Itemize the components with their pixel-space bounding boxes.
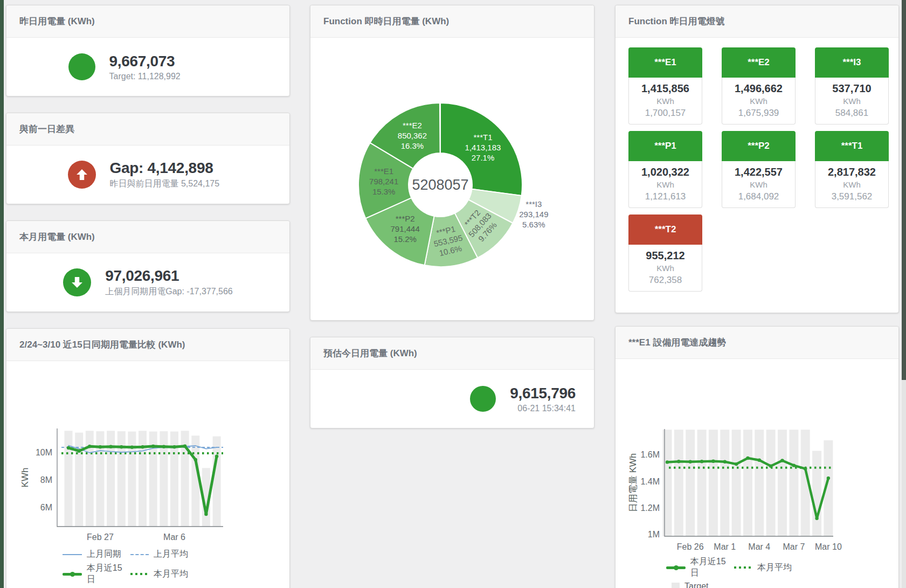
- lights-tile-grid: ***E1 1,415,856 KWh 1,700,157 ***E2 1,49…: [615, 38, 898, 313]
- y-tick-label: 1.6M: [640, 450, 660, 459]
- data-point: [758, 459, 761, 462]
- y-tick-label: 10M: [36, 448, 52, 457]
- svg-text:***T1: ***T1: [473, 133, 492, 142]
- x-tick-label: Mar 1: [714, 542, 736, 551]
- estimate-card-title: 預估今日用電量 (KWh): [310, 337, 594, 370]
- legend-label: 本月平均: [154, 569, 188, 580]
- target-bar: [766, 430, 776, 536]
- data-point: [827, 476, 830, 480]
- data-point: [711, 460, 715, 463]
- tile-P1: ***P1 1,020,322 KWh 1,121,613: [628, 131, 702, 208]
- yesterday-usage-value: 9,667,073: [109, 53, 228, 70]
- svg-text:27.1%: 27.1%: [472, 153, 495, 162]
- legend-swatch-blue-dash: [130, 554, 149, 555]
- svg-text:16.3%: 16.3%: [401, 141, 424, 150]
- data-point: [677, 460, 680, 463]
- card-realtime-donut: Function 即時日用電量 (KWh) ***T11,413,18327.1…: [310, 5, 594, 321]
- tile-I3: ***I3 537,710 KWh 584,861: [815, 47, 889, 124]
- data-point: [109, 445, 112, 448]
- legend-item-last-month-same[interactable]: 上月同期: [63, 549, 130, 560]
- target-bar: [674, 430, 683, 536]
- tile-value: 1,020,322: [630, 165, 701, 179]
- svg-text:15.3%: 15.3%: [372, 187, 396, 196]
- dashboard: 昨日用電量 (KWh) 9,667,073 Target: 11,128,992…: [0, 0, 906, 588]
- data-point: [183, 445, 186, 448]
- data-point: [99, 445, 102, 448]
- svg-text:1,413,183: 1,413,183: [465, 143, 501, 152]
- svg-text:5.63%: 5.63%: [522, 220, 545, 229]
- legend-label: 上月同期: [87, 549, 121, 560]
- status-circle-icon: [68, 53, 95, 80]
- trend-legend: 本月近15日 本月平均 Target: [615, 556, 898, 588]
- card-day-gap: 與前一日差異 Gap: 4,142,898 昨日與前日用電量 5,524,175: [6, 113, 290, 204]
- tile-target: 762,358: [630, 274, 701, 287]
- data-point: [723, 460, 727, 464]
- legend-item-last-month-avg[interactable]: 上月平均: [130, 549, 188, 560]
- target-bar: [789, 430, 798, 536]
- card-today-estimate: 預估今日用電量 (KWh) 9,615,796 06-21 15:34:41: [310, 337, 594, 428]
- tile-unit: KWh: [723, 95, 794, 107]
- scrollbar-thumb[interactable]: [902, 0, 906, 380]
- x-tick-label: Mar 4: [748, 542, 770, 551]
- target-bar: [663, 430, 672, 536]
- tile-header: ***I3: [815, 47, 889, 78]
- data-point: [204, 513, 208, 516]
- target-bar: [720, 430, 729, 536]
- tile-target: 1,684,092: [723, 190, 794, 203]
- svg-text:***P2: ***P2: [396, 214, 415, 223]
- legend-label: Target: [684, 582, 708, 588]
- donut-card-title: Function 即時日用電量 (KWh): [310, 5, 594, 38]
- estimate-timestamp: 06-21 15:34:41: [510, 404, 576, 413]
- day-gap-value: Gap: 4,142,898: [110, 160, 229, 177]
- data-point: [780, 459, 784, 462]
- legend-item-this-month-avg[interactable]: 本月平均: [130, 569, 188, 580]
- data-point: [769, 465, 772, 468]
- tile-target: 584,861: [817, 107, 887, 120]
- y-axis-label: 日用電量 KWh: [628, 453, 638, 513]
- yesterday-usage-target: Target: 11,128,992: [109, 72, 228, 81]
- target-bar: [709, 430, 718, 536]
- data-point: [88, 445, 91, 448]
- svg-text:850,362: 850,362: [398, 131, 427, 140]
- legend-item-target[interactable]: Target: [666, 582, 734, 588]
- target-bar: [743, 430, 752, 536]
- legend-item-this-month-15d[interactable]: 本月近15日: [666, 556, 734, 579]
- svg-text:***E1: ***E1: [374, 167, 393, 176]
- donut-slice-label: ***I3293,1495.63%: [519, 199, 548, 229]
- day-gap-subtitle: 昨日與前日用電量 5,524,175: [110, 178, 229, 190]
- legend-item-this-month-15d[interactable]: 本月近15日: [63, 563, 130, 585]
- data-point: [194, 458, 197, 461]
- tile-target: 1,675,939: [723, 107, 794, 120]
- svg-text:293,149: 293,149: [519, 210, 548, 219]
- target-bar: [778, 430, 787, 536]
- target-bar: [697, 430, 707, 536]
- tile-P2: ***P2 1,422,557 KWh 1,684,092: [722, 131, 796, 208]
- data-point: [78, 449, 81, 453]
- legend-item-this-month-avg[interactable]: 本月平均: [734, 562, 792, 573]
- target-bar: [732, 430, 741, 536]
- x-tick-label: Mar 7: [783, 542, 805, 551]
- card-comparison-chart: 2/24~3/10 近15日同期用電量比較 (KWh) 6M8M10MFeb 2…: [6, 328, 290, 588]
- legend-swatch-green-dot: [734, 566, 752, 569]
- tile-target: 3,591,562: [817, 190, 887, 203]
- tile-value: 1,422,557: [723, 165, 794, 179]
- card-day-gap-title: 與前一日差異: [6, 113, 289, 146]
- trend-chart: 1M1.2M1.4M1.6MFeb 26Mar 1Mar 4Mar 7Mar 1…: [615, 359, 898, 552]
- x-tick-label: Mar 10: [815, 542, 842, 551]
- tile-T2: ***T2 955,212 KWh 762,358: [628, 215, 702, 292]
- svg-text:15.2%: 15.2%: [393, 234, 417, 244]
- target-bar: [755, 430, 764, 536]
- tile-value: 1,415,856: [630, 81, 701, 95]
- y-tick-label: 1M: [648, 530, 660, 539]
- tile-value: 955,212: [630, 248, 701, 262]
- legend-swatch-blue-line: [63, 554, 82, 555]
- svg-text:***E2: ***E2: [403, 121, 422, 130]
- legend-swatch-green-dot: [130, 573, 149, 575]
- y-tick-label: 6M: [40, 503, 52, 512]
- tile-header: ***T2: [628, 215, 702, 245]
- data-point: [689, 460, 692, 464]
- tile-value: 2,817,832: [817, 165, 887, 179]
- y-axis-label: KWh: [20, 468, 30, 488]
- month-usage-gap: 上個月同期用電Gap: -17,377,566: [105, 286, 233, 298]
- card-yesterday-lights: Function 昨日用電燈號 ***E1 1,415,856 KWh 1,70…: [615, 5, 899, 313]
